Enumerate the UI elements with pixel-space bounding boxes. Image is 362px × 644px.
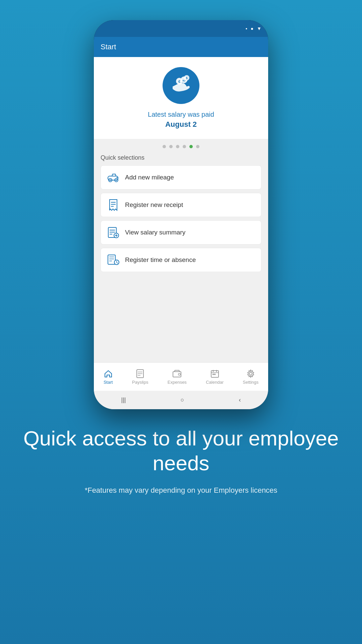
nav-label-start: Start — [104, 380, 113, 385]
status-square-icon: ▪ — [246, 26, 247, 31]
disclaimer: *Features may vary depending on your Emp… — [85, 486, 278, 495]
android-recents-btn[interactable]: ||| — [121, 396, 126, 404]
tagline: Quick access to all your employee needs — [20, 426, 342, 476]
nav-label-payslips: Payslips — [132, 380, 148, 385]
svg-rect-34 — [173, 372, 181, 377]
android-home-btn[interactable]: ○ — [181, 396, 184, 404]
wallet-icon — [172, 369, 182, 378]
hero-card: € Kr $ Latest salary was paid August 2 — [94, 57, 268, 139]
payslips-icon — [135, 369, 145, 378]
nav-item-expenses[interactable]: Expenses — [164, 367, 190, 386]
salary-summary-label: View salary summary — [125, 229, 185, 236]
status-signal-icon: ▼ — [257, 26, 261, 31]
screen-content: € Kr $ Latest salary was paid August 2 Q… — [94, 57, 268, 409]
nav-label-settings: Settings — [243, 380, 258, 385]
salary-icon: € Kr $ — [169, 74, 193, 97]
svg-text:$: $ — [186, 76, 187, 80]
quick-item-salary[interactable]: View salary summary — [101, 220, 261, 245]
dot-5-active[interactable] — [189, 145, 193, 148]
dot-3[interactable] — [176, 145, 179, 148]
svg-point-8 — [110, 179, 111, 181]
receipt-label: Register new receipt — [125, 201, 183, 209]
quick-selections-label: Quick selections — [101, 154, 261, 161]
nav-item-start[interactable]: Start — [100, 367, 116, 386]
salary-icon-circle: € Kr $ — [163, 67, 199, 104]
quick-item-time[interactable]: Register time or absence — [101, 248, 261, 272]
quick-item-receipt[interactable]: Register new receipt — [101, 193, 261, 217]
svg-rect-41 — [214, 374, 216, 375]
nav-label-expenses: Expenses — [168, 380, 187, 385]
nav-label-calendar: Calendar — [206, 380, 224, 385]
svg-point-42 — [249, 372, 252, 375]
settings-icon — [246, 369, 255, 378]
salary-date: August 2 — [165, 120, 197, 129]
nav-item-settings[interactable]: Settings — [239, 367, 262, 386]
svg-rect-40 — [213, 374, 214, 375]
svg-text:€: € — [178, 80, 180, 84]
status-bar: ▪ ● ▼ — [94, 20, 268, 37]
android-nav-bar: ||| ○ ‹ — [94, 391, 268, 409]
svg-point-10 — [116, 179, 117, 181]
bottom-nav: Start Payslips — [94, 362, 268, 391]
dot-6[interactable] — [196, 145, 199, 148]
app-header: Start — [94, 37, 268, 57]
quick-selections-section: Quick selections Add new mileage — [94, 154, 268, 362]
time-icon — [107, 254, 120, 266]
phone-shell: ▪ ● ▼ Start € Kr $ Late — [94, 20, 268, 409]
salary-summary-icon — [107, 226, 120, 239]
nav-item-payslips[interactable]: Payslips — [129, 367, 152, 386]
dot-2[interactable] — [169, 145, 173, 148]
mileage-label: Add new mileage — [125, 174, 174, 181]
quick-item-mileage[interactable]: Add new mileage — [101, 165, 261, 190]
status-circle-icon: ● — [251, 26, 253, 31]
nav-item-calendar[interactable]: Calendar — [202, 367, 227, 386]
mileage-icon — [107, 171, 120, 184]
calendar-icon — [210, 369, 220, 378]
time-label: Register time or absence — [125, 256, 196, 264]
dot-1[interactable] — [163, 145, 166, 148]
android-back-btn[interactable]: ‹ — [239, 396, 241, 404]
svg-point-35 — [178, 373, 180, 375]
dots-indicator — [94, 139, 268, 154]
bottom-text-section: Quick access to all your employee needs … — [0, 409, 362, 644]
page-title: Start — [101, 43, 116, 51]
dot-4[interactable] — [183, 145, 186, 148]
salary-text: Latest salary was paid — [148, 111, 214, 118]
receipt-icon — [107, 199, 120, 211]
home-icon — [104, 369, 113, 378]
